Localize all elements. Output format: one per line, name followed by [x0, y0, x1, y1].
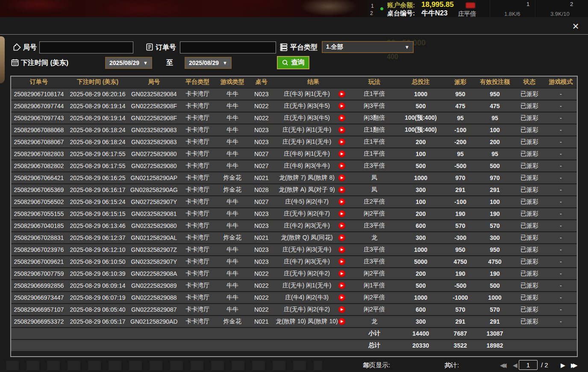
cell-valid-bet: 100	[476, 124, 514, 136]
cell-platform: 卡卡湾厅	[179, 89, 216, 100]
cell-game-type: 牛牛	[216, 256, 249, 267]
cell-order-no: 250829067055155	[11, 208, 67, 219]
table-header-row: 订单号下注时间 (美东)局号平台类型游戏类型桌号结果玩法总投注派彩有效投注额状态…	[11, 77, 577, 88]
cell-game-mode: -	[544, 112, 577, 124]
cell-payout: -100	[445, 124, 475, 136]
cell-game-mode: -	[544, 184, 577, 195]
cell-order-no: 250829067066421	[11, 172, 67, 183]
cell-total-bet: 200	[397, 136, 445, 148]
next-page-icon[interactable]: ▶	[561, 362, 565, 369]
cell-valid-bet: 950	[476, 89, 514, 100]
cell-bet-time: 2025-08-29 06:05:40	[67, 304, 129, 315]
result-text: 庄(无牛) 闲3(牛5)	[275, 102, 339, 110]
cell-play-type: 庄3平倍	[352, 220, 396, 231]
search-button[interactable]: 查询	[277, 56, 309, 69]
replay-video-icon[interactable]: ▶	[338, 174, 345, 181]
cell-game-mode: -	[544, 196, 577, 207]
table-row: 2508290670828022025-08-29 06:17:55GN0272…	[11, 160, 577, 171]
cell-game-type: 牛牛	[216, 100, 249, 112]
replay-video-icon[interactable]: ▶	[338, 258, 345, 265]
replay-video-icon[interactable]: ▶	[338, 103, 345, 109]
replay-video-icon[interactable]: ▶	[338, 270, 345, 277]
cell-game-type: 炸金花	[216, 232, 249, 243]
cell-status: 已派彩	[514, 112, 544, 124]
balance-flag-icon	[466, 3, 475, 8]
replay-video-icon[interactable]: ▶	[338, 162, 345, 169]
column-header: 订单号	[11, 77, 67, 88]
cell-sum-total-bet: 20330	[397, 340, 445, 351]
cell-play-type: 庄1平倍	[352, 136, 396, 148]
background-chips-artifact	[6, 361, 322, 370]
cell-table-no: N022	[249, 268, 274, 279]
last-page-icon[interactable]: ▶▶	[571, 362, 575, 369]
first-page-icon[interactable]: ◀◀	[500, 362, 504, 369]
date-to-select[interactable]: 2025/08/29 ▼	[185, 57, 232, 69]
replay-video-icon[interactable]: ▶	[338, 222, 345, 229]
close-icon[interactable]: ×	[569, 20, 582, 32]
replay-video-icon[interactable]: ▶	[338, 318, 345, 325]
round-no-input[interactable]	[39, 41, 133, 53]
cell-game-mode: -	[544, 232, 577, 243]
cell-play-type: 闲3翻倍	[352, 112, 396, 124]
green-status-dot	[380, 7, 383, 10]
cell-bet-time: 2025-08-29 06:17:55	[67, 160, 129, 171]
cell-result: 庄(牛3) 闲1(无牛)▶	[274, 89, 353, 100]
cell-valid-bet: 570	[476, 304, 514, 315]
order-list-icon	[145, 43, 154, 51]
order-no-input[interactable]	[180, 41, 276, 53]
cell-bet-time: 2025-08-29 06:16:25	[67, 172, 129, 183]
cell-order-no: 250829067108174	[11, 89, 67, 100]
cell-payout: 970	[445, 172, 475, 183]
cell-total-bet: 200	[397, 268, 445, 279]
cell-table-no: N023	[249, 89, 274, 100]
replay-video-icon[interactable]: ▶	[338, 246, 345, 253]
replay-video-icon[interactable]: ▶	[338, 91, 345, 97]
column-header: 局号	[129, 77, 179, 88]
cell-round-no: GN021258290AD	[129, 316, 179, 327]
cell-order-no: 250829067082803	[11, 148, 67, 159]
table-row: 2508290670977442025-08-29 06:19:14GN0222…	[11, 100, 577, 112]
column-header: 游戏模式	[544, 77, 577, 88]
cell-empty	[11, 328, 352, 339]
replay-video-icon[interactable]: ▶	[338, 151, 345, 157]
cell-bet-time: 2025-08-29 06:19:14	[67, 100, 129, 112]
date-from-select[interactable]: 2025/08/29 ▼	[105, 57, 152, 69]
replay-video-icon[interactable]: ▶	[338, 294, 345, 301]
cell-play-type: 庄1平倍	[352, 89, 396, 100]
cell-platform: 卡卡湾厅	[179, 292, 216, 303]
cell-platform: 卡卡湾厅	[179, 232, 216, 243]
cell-table-no: N022	[249, 280, 274, 291]
column-header: 下注时间 (美东)	[67, 77, 129, 88]
cell-status: 已派彩	[514, 124, 544, 136]
search-icon	[282, 59, 289, 66]
seat-number-2: 2	[370, 10, 373, 16]
replay-video-icon[interactable]: ▶	[338, 127, 345, 133]
table-number-label: 桌台编号:	[387, 9, 415, 18]
replay-video-icon[interactable]: ▶	[338, 234, 345, 241]
replay-video-icon[interactable]: ▶	[338, 306, 345, 313]
replay-video-icon[interactable]: ▶	[338, 186, 345, 193]
cell-payout: 291	[445, 316, 475, 327]
cell-status: 已派彩	[514, 89, 544, 100]
cell-game-mode: -	[544, 256, 577, 267]
prev-page-icon[interactable]: ◀	[513, 362, 517, 369]
cell-game-mode: -	[544, 100, 577, 112]
cell-order-no: 250829066973447	[11, 292, 67, 303]
replay-video-icon[interactable]: ▶	[338, 115, 345, 121]
replay-video-icon[interactable]: ▶	[338, 210, 345, 217]
column-header: 平台类型	[179, 77, 216, 88]
account-balance-value: 18,995.85	[421, 0, 454, 9]
cell-game-mode: -	[544, 124, 577, 136]
replay-video-icon[interactable]: ▶	[338, 198, 345, 205]
page-number-input[interactable]	[519, 360, 538, 370]
result-text: 庄(牛8) 闲1(无牛)	[275, 150, 339, 158]
divider	[535, 0, 535, 17]
replay-video-icon[interactable]: ▶	[338, 282, 345, 289]
cell-result: 庄(牛7) 闲3(无牛)▶	[274, 256, 353, 267]
replay-video-icon[interactable]: ▶	[338, 139, 345, 145]
cell-round-no: GN021258290AL	[129, 232, 179, 243]
platform-type-select[interactable]: 1.全部 ▼	[322, 41, 414, 53]
cell-status: 已派彩	[514, 280, 544, 291]
cell-total-bet: 100	[397, 148, 445, 159]
cell-round-no: GN02225829087	[129, 304, 179, 315]
